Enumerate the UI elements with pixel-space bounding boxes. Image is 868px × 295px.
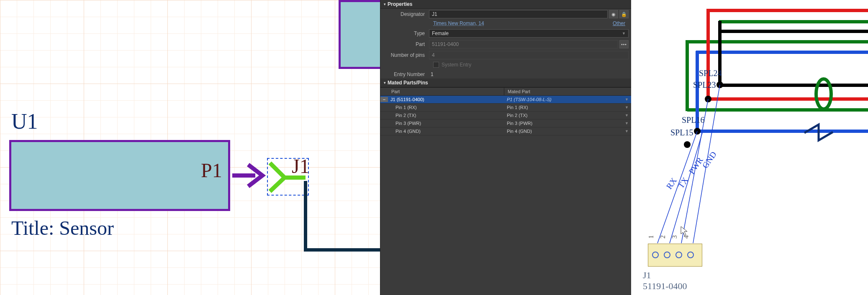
- splice-label-spl24: SPL24: [699, 69, 722, 78]
- mated-part-cell: Pin 2 (TX): [388, 112, 504, 119]
- connector-pin-holes: [652, 252, 694, 258]
- visibility-toggle-icon[interactable]: ◉: [609, 10, 618, 18]
- pin-number-3: 3: [671, 235, 678, 239]
- mated-col-part: Part: [380, 88, 504, 95]
- mated-section-header[interactable]: ▾ Mated Parts/Pins: [380, 79, 631, 87]
- font-other-link[interactable]: Other: [613, 20, 629, 26]
- mated-col-mated: Mated Part: [504, 88, 631, 95]
- collapse-icon: ▾: [384, 81, 386, 85]
- mated-matedpart-cell: Pin 4 (GND): [507, 129, 532, 134]
- part-label: Part: [383, 41, 429, 47]
- splice-label-spl23: SPL23: [693, 80, 716, 90]
- harness-conn-part: 51191-0400: [643, 281, 687, 292]
- mated-table-header: Part Mated Part: [380, 87, 631, 96]
- numpins-input: [429, 51, 629, 59]
- properties-title: Properties: [388, 1, 412, 7]
- type-select[interactable]: Female ▼: [429, 29, 629, 38]
- chevron-down-icon[interactable]: ▼: [625, 113, 629, 117]
- wire-bent: [301, 181, 381, 264]
- svg-marker-24: [681, 226, 687, 236]
- properties-panel: ▾ Properties Designator ◉ 🔒 Times New Ro…: [380, 0, 631, 295]
- pin-number-2: 2: [659, 235, 667, 239]
- entrynum-value: 1: [429, 71, 434, 77]
- mated-matedpart-cell: Pin 2 (TX): [507, 113, 528, 118]
- svg-point-18: [684, 141, 691, 148]
- mated-part-cell: Pin 1 (RX): [388, 104, 504, 111]
- chevron-down-icon[interactable]: ▼: [625, 105, 629, 109]
- mated-row-pin[interactable]: Pin 1 (RX) Pin 1 (RX) ▼: [380, 104, 631, 112]
- mated-matedpart-cell: Pin 3 (PWR): [507, 121, 532, 126]
- designator-label: Designator: [383, 11, 429, 17]
- designator-input[interactable]: [429, 10, 608, 18]
- port-arrow-icon: [232, 159, 270, 188]
- font-link[interactable]: Times New Roman, 14: [433, 20, 484, 26]
- collapse-icon: ▾: [384, 2, 386, 6]
- mated-part-cell: Pin 3 (PWR): [388, 120, 504, 127]
- schematic-canvas[interactable]: U1 Title: Sensor P1 J1: [0, 0, 380, 295]
- type-label: Type: [383, 31, 429, 36]
- block-title-label: Title: Sensor: [11, 216, 114, 239]
- chevron-down-icon[interactable]: ▼: [625, 97, 629, 102]
- pin-hole-icon: [675, 252, 682, 258]
- properties-section-header[interactable]: ▾ Properties: [380, 0, 631, 9]
- port-p1-label: P1: [201, 159, 222, 182]
- mated-row-pin[interactable]: Pin 3 (PWR) Pin 3 (PWR) ▼: [380, 120, 631, 127]
- mated-part-cell: Pin 4 (GND): [388, 127, 504, 135]
- entrynum-label: Entry Number: [383, 71, 429, 77]
- mated-part-cell: J1 (51191-0400): [388, 96, 504, 103]
- tree-collapse-icon[interactable]: −: [380, 97, 388, 102]
- splice-label-spl15: SPL15: [670, 128, 693, 137]
- mated-row-pin[interactable]: Pin 2 (TX) Pin 2 (TX) ▼: [380, 112, 631, 120]
- connector-j1-label: J1: [292, 155, 310, 178]
- pin-hole-icon: [687, 252, 694, 258]
- lock-icon[interactable]: 🔒: [619, 10, 629, 18]
- mated-title: Mated Parts/Pins: [388, 80, 428, 86]
- mouse-cursor-icon: [680, 226, 688, 237]
- pin-hole-icon: [664, 252, 670, 258]
- harness-conn-ref: J1: [643, 270, 651, 281]
- pin-number-1: 1: [647, 235, 655, 239]
- mated-matedpart-cell: Pin 1 (RX): [507, 105, 528, 110]
- svg-point-19: [816, 79, 831, 109]
- mated-row-parent[interactable]: − J1 (51191-0400) P1 (TSW-104-08-L-S) ▼: [380, 96, 631, 104]
- chevron-down-icon: ▼: [622, 31, 626, 36]
- part-browse-button[interactable]: •••: [619, 40, 629, 48]
- block-top-partial: [339, 0, 380, 69]
- chevron-down-icon[interactable]: ▼: [625, 121, 629, 125]
- block-u1[interactable]: [9, 140, 230, 211]
- pin-hole-icon: [652, 252, 659, 258]
- splice-label-spl16: SPL16: [682, 115, 704, 125]
- chevron-down-icon[interactable]: ▼: [625, 129, 629, 133]
- mated-row-pin[interactable]: Pin 4 (GND) Pin 4 (GND) ▼: [380, 127, 631, 135]
- system-entry-label: System Entry: [442, 62, 471, 68]
- system-entry-checkbox[interactable]: [433, 62, 439, 68]
- mated-matedpart-cell: P1 (TSW-104-08-L-S): [507, 97, 552, 102]
- part-input[interactable]: [429, 40, 618, 48]
- numpins-label: Number of pins: [383, 52, 429, 58]
- block-ref-label: U1: [11, 109, 38, 134]
- type-value: Female: [432, 31, 449, 36]
- svg-line-20: [657, 131, 697, 243]
